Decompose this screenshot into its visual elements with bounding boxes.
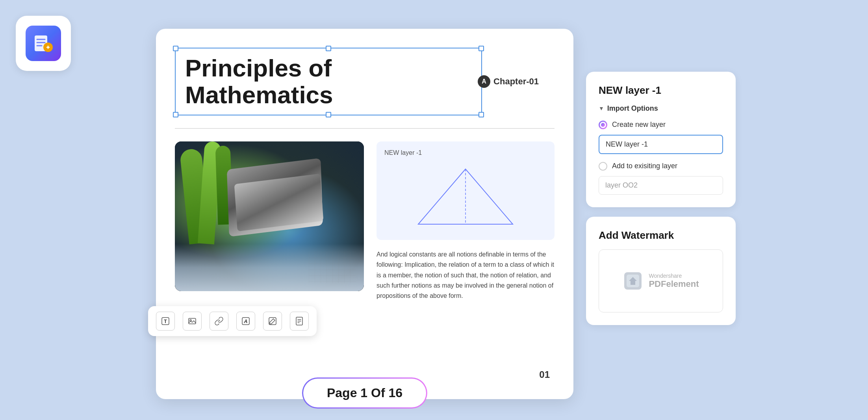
app-icon-svg [32,32,54,54]
chart-svg-wrapper [384,161,547,232]
page-number: 01 [539,369,550,380]
document-panel: Principles of Mathematics A Chapter-01 [156,29,573,399]
grid-overlay [309,252,356,283]
handle-top-right[interactable] [479,46,484,51]
page-indicator-container: Page 1 Of 16 [302,377,427,409]
svg-rect-12 [189,318,196,324]
watermark-card: Add Watermark Wondershare PDFelement [586,217,736,325]
create-new-layer-row: Create new layer [599,121,723,129]
document-tool-icon [295,316,304,326]
layer-card-title: NEW layer -1 [599,84,723,97]
import-options-label: Import Options [607,104,658,113]
watermark-card-title: Add Watermark [599,229,723,242]
content-area: NEW layer -1 And logical constants are a… [175,141,555,301]
app-icon-wrapper [16,16,71,71]
doc-right-content: NEW layer -1 And logical constants are a… [377,141,555,301]
wondershare-icon [623,271,643,291]
document-tool-button[interactable] [290,312,309,331]
image-tool-button[interactable] [183,312,202,331]
title-container: Principles of Mathematics A Chapter-01 [175,48,555,115]
edit-tool-button[interactable] [263,312,282,331]
handle-bottom-left[interactable] [173,112,178,117]
page-indicator[interactable]: Page 1 Of 16 [303,379,426,407]
document-title: Principles of Mathematics [185,55,472,108]
svg-text:A: A [243,318,247,324]
font-tool-button[interactable]: A [236,312,255,331]
import-options-toggle[interactable]: ▼ Import Options [599,104,723,113]
document-body-text: And logical constants are all notions de… [377,249,555,301]
handle-top-left[interactable] [173,46,178,51]
text-tool-icon: T [161,316,170,326]
font-tool-icon: A [241,316,250,326]
toolbar: T A [148,306,317,336]
image-bg [175,141,364,291]
layer-name-input[interactable] [599,135,723,154]
app-icon [26,26,61,61]
chapter-badge-icon: A [478,75,490,88]
link-tool-icon [214,316,224,326]
add-to-existing-label: Add to exisiting layer [612,162,677,170]
link-tool-button[interactable] [210,312,228,331]
add-to-existing-row: Add to exisiting layer [599,162,723,171]
chapter-badge: A Chapter-01 [478,75,539,88]
create-new-layer-label: Create new layer [612,121,666,129]
layer-card: NEW layer -1 ▼ Import Options Create new… [586,72,736,207]
wondershare-product: PDFelement [649,279,699,289]
existing-layer-input[interactable] [599,176,723,195]
document-image [175,141,364,291]
handle-bottom-right[interactable] [479,112,484,117]
wondershare-logo: Wondershare PDFelement [623,271,699,291]
page-indicator-gradient-border: Page 1 Of 16 [302,377,427,409]
chart-card: NEW layer -1 [377,141,555,240]
chapter-label: Chapter-01 [493,76,539,87]
title-selection-box[interactable]: Principles of Mathematics [175,48,482,115]
text-tool-button[interactable]: T [156,312,175,331]
create-new-layer-radio[interactable] [599,121,607,129]
right-panel: NEW layer -1 ▼ Import Options Create new… [586,72,736,325]
image-tool-icon [187,316,197,326]
chart-label: NEW layer -1 [384,149,547,156]
handle-bottom-middle[interactable] [326,112,331,117]
handle-top-middle[interactable] [326,46,331,51]
svg-rect-7 [309,252,356,283]
svg-text:T: T [164,319,167,324]
wondershare-brand: Wondershare [649,273,699,279]
wondershare-text: Wondershare PDFelement [649,273,699,289]
chevron-down-icon: ▼ [599,105,604,112]
add-to-existing-radio[interactable] [599,162,607,171]
watermark-area[interactable]: Wondershare PDFelement [599,249,723,312]
title-divider [175,128,555,129]
edit-tool-icon [268,316,277,326]
